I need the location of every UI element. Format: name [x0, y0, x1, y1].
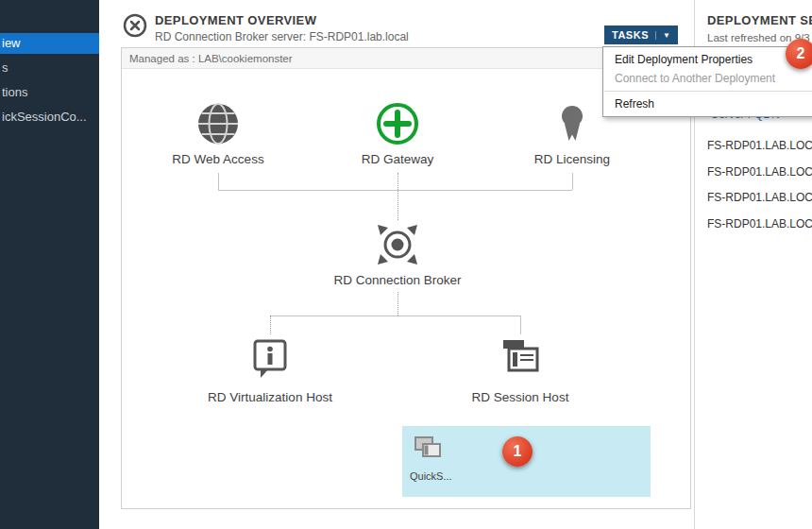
- rd-connection-broker-label: RD Connection Broker: [303, 273, 492, 287]
- rd-licensing-label: RD Licensing: [497, 152, 648, 166]
- menu-item-connect-to-another-deployment: Connect to Another Deployment: [603, 69, 812, 88]
- menu-item-edit-deployment-properties[interactable]: Edit Deployment Properties: [603, 50, 812, 69]
- quick-session-collection-tile[interactable]: QuickS... 1: [402, 426, 651, 497]
- rd-web-access-icon[interactable]: [194, 99, 243, 152]
- deployment-overview-icon: [123, 13, 147, 38]
- page-title: DEPLOYMENT OVERVIEW: [155, 13, 316, 27]
- rd-licensing-icon[interactable]: [548, 99, 597, 152]
- connector-line: [218, 173, 219, 190]
- left-nav: iew s tions ickSessionCo...: [0, 0, 99, 529]
- connector-line: [270, 316, 520, 316]
- sidebar-item-collections[interactable]: tions: [0, 82, 99, 103]
- collection-name-label: QuickS...: [410, 470, 452, 482]
- server-row[interactable]: FS-RDP01.LAB.LOCAL: [707, 212, 812, 238]
- menu-item-refresh[interactable]: Refresh: [603, 94, 812, 113]
- server-row[interactable]: FS-RDP01.LAB.LOCAL: [707, 185, 812, 212]
- tasks-button-label: TASKS: [612, 29, 649, 41]
- sidebar-item-overview[interactable]: iew: [0, 33, 99, 54]
- server-list: FS-RDP01.LAB.LOCAL FS-RDP01.LAB.LOCAL FS…: [707, 133, 812, 237]
- rd-connection-broker-icon[interactable]: [372, 219, 423, 274]
- server-manager-window: iew s tions ickSessionCo... DEPLOYMENT O…: [0, 0, 812, 529]
- rd-session-host-icon[interactable]: [498, 335, 543, 384]
- rd-gateway-add-icon[interactable]: [373, 99, 422, 152]
- connector-line: [398, 173, 398, 220]
- tasks-button[interactable]: TASKS ▼: [604, 26, 678, 44]
- step-badge-1: 1: [502, 436, 533, 467]
- step-badge-2: 2: [786, 39, 812, 69]
- connector-line: [520, 316, 521, 334]
- rd-web-access-label: RD Web Access: [143, 152, 294, 166]
- session-collection-icon: [412, 434, 446, 471]
- page-subtitle: RD Connection Broker server: FS-RDP01.la…: [155, 30, 409, 43]
- server-row[interactable]: FS-RDP01.LAB.LOCAL: [707, 133, 812, 160]
- sidebar-item-servers[interactable]: s: [0, 58, 99, 78]
- chevron-down-icon[interactable]: ▼: [655, 31, 670, 40]
- connector-line: [572, 173, 573, 190]
- sidebar-item-quicksessioncollection[interactable]: ickSessionCo...: [0, 107, 99, 128]
- rd-gateway-label: RD Gateway: [322, 152, 473, 166]
- connector-line: [270, 316, 271, 334]
- deployment-servers-title: DEPLOYMENT SERVERS: [707, 13, 812, 27]
- connector-line: [218, 190, 572, 191]
- tasks-menu: Edit Deployment Properties Connect to An…: [602, 46, 812, 117]
- connector-line: [398, 292, 398, 316]
- server-row[interactable]: FS-RDP01.LAB.LOCAL: [707, 160, 812, 186]
- rd-virtualization-host-icon[interactable]: [247, 335, 293, 384]
- rd-virtualization-host-label: RD Virtualization Host: [176, 390, 364, 404]
- rd-session-host-label: RD Session Host: [426, 390, 615, 404]
- menu-separator: [604, 91, 812, 92]
